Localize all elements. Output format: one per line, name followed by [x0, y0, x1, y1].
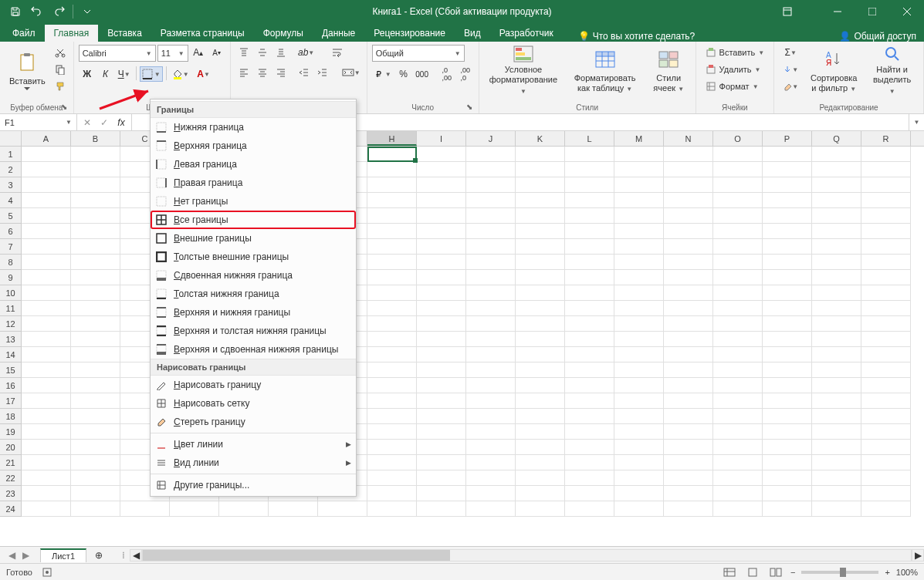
- cell[interactable]: [367, 440, 417, 455]
- cell[interactable]: [861, 177, 911, 193]
- row-header-13[interactable]: 13: [0, 332, 21, 347]
- cell[interactable]: [22, 239, 71, 255]
- cell[interactable]: [71, 501, 120, 517]
- cell[interactable]: [614, 255, 664, 270]
- cell[interactable]: [763, 332, 812, 347]
- cell[interactable]: [516, 162, 565, 177]
- cell[interactable]: [466, 347, 516, 362]
- cell[interactable]: [417, 347, 466, 362]
- cell[interactable]: [71, 239, 120, 255]
- cell[interactable]: [367, 177, 417, 193]
- cell[interactable]: [516, 362, 565, 378]
- cell[interactable]: [466, 255, 516, 270]
- cell[interactable]: [713, 147, 763, 162]
- border-option-2[interactable]: Левая граница: [151, 155, 356, 174]
- redo-button[interactable]: [49, 2, 68, 21]
- cell[interactable]: [614, 378, 664, 393]
- cell[interactable]: [614, 501, 664, 517]
- cell[interactable]: [763, 347, 812, 362]
- maximize-button[interactable]: [855, 0, 889, 23]
- cell[interactable]: [812, 393, 861, 409]
- border-option-5[interactable]: Все границы: [151, 211, 356, 229]
- fx-button[interactable]: fx: [114, 116, 128, 130]
- undo-button[interactable]: [28, 2, 46, 21]
- cell[interactable]: [664, 224, 713, 239]
- cell[interactable]: [466, 208, 516, 224]
- cell[interactable]: [614, 270, 664, 285]
- border-option-11[interactable]: Верхняя и толстая нижняя границы: [151, 322, 356, 340]
- font-size-combo[interactable]: 11▼: [157, 45, 188, 62]
- cell[interactable]: [367, 424, 417, 440]
- cell[interactable]: [812, 270, 861, 285]
- column-header-Q[interactable]: Q: [812, 131, 861, 146]
- cell[interactable]: [664, 239, 713, 255]
- qat-customize-button[interactable]: [78, 2, 96, 21]
- border-option-8[interactable]: Сдвоенная нижняя граница: [151, 266, 356, 285]
- cell[interactable]: [417, 332, 466, 347]
- cell[interactable]: [71, 347, 120, 362]
- cell[interactable]: [861, 455, 911, 470]
- cell[interactable]: [664, 455, 713, 470]
- cell[interactable]: [614, 486, 664, 501]
- cell[interactable]: [367, 501, 417, 517]
- format-painter-button[interactable]: [52, 79, 69, 94]
- cell[interactable]: [664, 409, 713, 424]
- cell[interactable]: [614, 347, 664, 362]
- row-header-17[interactable]: 17: [0, 393, 21, 409]
- draw-border-option-2[interactable]: Стереть границу: [151, 413, 356, 431]
- cell[interactable]: [22, 501, 71, 517]
- cell[interactable]: [861, 424, 911, 440]
- cell[interactable]: [367, 332, 417, 347]
- cell[interactable]: [417, 409, 466, 424]
- cell[interactable]: [664, 255, 713, 270]
- ribbon-options-button[interactable]: [770, 0, 804, 23]
- cell[interactable]: [614, 285, 664, 301]
- cell[interactable]: [713, 208, 763, 224]
- cell[interactable]: [713, 378, 763, 393]
- cell[interactable]: [713, 362, 763, 378]
- row-header-8[interactable]: 8: [0, 255, 21, 270]
- draw-border-option-1[interactable]: Нарисовать сетку: [151, 394, 356, 413]
- cell[interactable]: [812, 440, 861, 455]
- zoom-out-button[interactable]: −: [790, 568, 795, 577]
- cell[interactable]: [516, 255, 565, 270]
- cell[interactable]: [417, 470, 466, 486]
- hscroll-thumb[interactable]: [143, 550, 450, 561]
- cell[interactable]: [269, 501, 318, 517]
- cell[interactable]: [812, 224, 861, 239]
- row-header-11[interactable]: 11: [0, 301, 21, 316]
- cell[interactable]: [861, 301, 911, 316]
- merge-button[interactable]: ▼: [340, 65, 362, 80]
- cell[interactable]: [861, 224, 911, 239]
- align-top-button[interactable]: [235, 45, 252, 60]
- tab-developer[interactable]: Разработчик: [490, 25, 563, 42]
- row-header-24[interactable]: 24: [0, 501, 21, 517]
- cell[interactable]: [861, 255, 911, 270]
- fill-color-button[interactable]: ▼: [170, 66, 191, 82]
- cell[interactable]: [318, 501, 367, 517]
- cell[interactable]: [367, 378, 417, 393]
- cell[interactable]: [812, 147, 861, 162]
- cell[interactable]: [565, 193, 614, 208]
- cell[interactable]: [614, 147, 664, 162]
- cell[interactable]: [466, 393, 516, 409]
- zoom-level[interactable]: 100%: [896, 568, 918, 577]
- conditional-format-button[interactable]: Условное форматирование ▼: [484, 45, 564, 96]
- cell[interactable]: [71, 316, 120, 332]
- cell[interactable]: [417, 177, 466, 193]
- cell[interactable]: [466, 486, 516, 501]
- cell[interactable]: [614, 332, 664, 347]
- cell[interactable]: [516, 147, 565, 162]
- cell[interactable]: [664, 501, 713, 517]
- cell[interactable]: [466, 224, 516, 239]
- increase-indent-button[interactable]: [314, 65, 331, 80]
- cell[interactable]: [664, 301, 713, 316]
- cell[interactable]: [516, 301, 565, 316]
- border-option-6[interactable]: Внешние границы: [151, 229, 356, 248]
- cell[interactable]: [614, 455, 664, 470]
- cancel-formula-button[interactable]: ✕: [80, 116, 94, 130]
- cell[interactable]: [763, 270, 812, 285]
- cell[interactable]: [417, 486, 466, 501]
- cell[interactable]: [861, 501, 911, 517]
- tab-formulas[interactable]: Формулы: [254, 25, 313, 42]
